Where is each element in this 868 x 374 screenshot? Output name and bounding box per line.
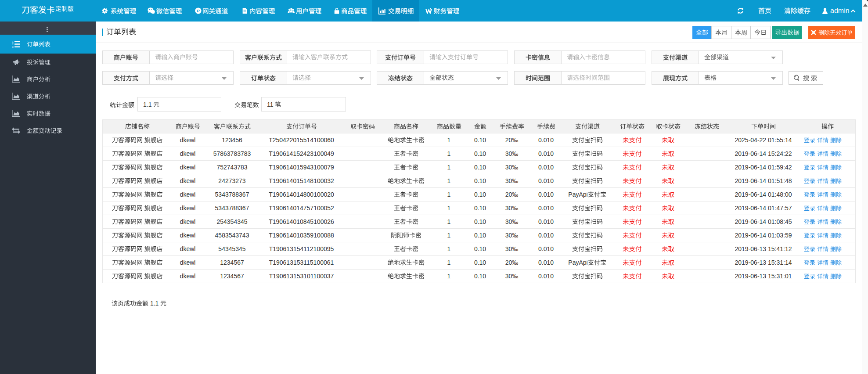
svg-text:P: P: [197, 8, 200, 13]
svg-text:3: 3: [12, 46, 13, 48]
